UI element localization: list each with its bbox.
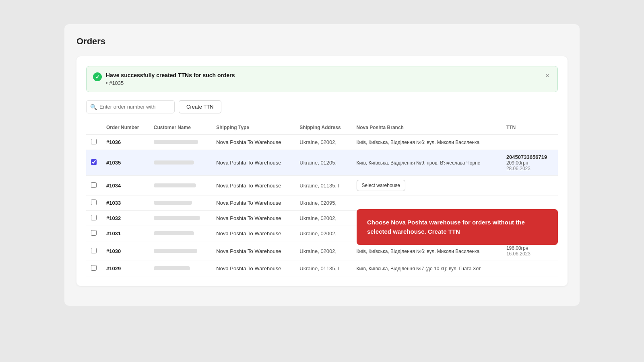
table-row: #1034 Nova Poshta To Warehouse Ukraine, … — [86, 176, 558, 195]
row-checkbox-1036[interactable] — [91, 139, 97, 144]
row-checkbox-cell — [86, 195, 101, 211]
row-checkbox-cell — [86, 150, 101, 176]
nova-branch-cell: Select warehouse — [352, 176, 502, 195]
shipping-address-cell: Ukraine, 02002, — [295, 241, 351, 261]
shipping-address-cell: Ukraine, 02095, — [295, 195, 351, 211]
shipping-address-cell: Ukraine, 02002, — [295, 211, 351, 226]
row-checkbox-1030[interactable] — [91, 248, 97, 253]
main-card: Have successfully created TTNs for such … — [76, 56, 568, 286]
success-icon — [93, 72, 102, 81]
close-banner-button[interactable]: × — [543, 72, 551, 79]
ttn-cell: 20450733656719 209.00грн 28.06.2023 — [502, 150, 558, 176]
col-header-ttn: TTN — [502, 121, 558, 135]
search-icon: 🔍 — [90, 104, 97, 110]
customer-name-cell — [149, 176, 211, 195]
toolbar: 🔍 Create TTN — [86, 100, 558, 113]
shipping-address-cell: Ukraine, 02002, — [295, 226, 351, 241]
row-checkbox-cell — [86, 261, 101, 276]
col-header-order-number: Order Number — [101, 121, 149, 135]
order-number-cell: #1029 — [101, 261, 149, 276]
nova-branch-cell: Київ, Київська, Відділення №6: вул. Мико… — [352, 135, 502, 150]
row-checkbox-cell — [86, 135, 101, 150]
shipping-type-cell: Nova Poshta To Warehouse — [211, 135, 295, 150]
row-checkbox-cell — [86, 226, 101, 241]
nova-branch-cell — [352, 195, 502, 211]
table-row: #1029 Nova Poshta To Warehouse Ukraine, … — [86, 261, 558, 276]
success-banner: Have successfully created TTNs for such … — [86, 66, 558, 92]
col-header-nova-poshta: Nova Poshta Branch — [352, 121, 502, 135]
ttn-cell — [502, 261, 558, 276]
row-checkbox-1031[interactable] — [91, 230, 97, 236]
order-number-cell: #1036 — [101, 135, 149, 150]
customer-name-cell — [149, 150, 211, 176]
customer-name-cell — [149, 241, 211, 261]
page-title: Orders — [76, 36, 568, 47]
order-number-cell: #1033 — [101, 195, 149, 211]
shipping-type-cell: Nova Poshta To Warehouse — [211, 195, 295, 211]
orders-table: Order Number Customer Name Shipping Type… — [86, 121, 558, 276]
success-order: • #1035 — [106, 80, 235, 86]
order-number-cell: #1030 — [101, 241, 149, 261]
success-title: Have successfully created TTNs for such … — [106, 72, 235, 78]
table-wrapper: Order Number Customer Name Shipping Type… — [86, 121, 558, 276]
shipping-type-cell: Nova Poshta To Warehouse — [211, 211, 295, 226]
ttn-cell — [502, 195, 558, 211]
customer-name-cell — [149, 226, 211, 241]
page-container: Orders Have successfully created TTNs fo… — [64, 24, 580, 306]
col-header-customer-name: Customer Name — [149, 121, 211, 135]
row-checkbox-1029[interactable] — [91, 265, 97, 271]
shipping-type-cell: Nova Poshta To Warehouse — [211, 150, 295, 176]
order-number-cell: #1035 — [101, 150, 149, 176]
nova-branch-cell: Київ, Київська, Відділення №9: пров. В'я… — [352, 150, 502, 176]
order-number-cell: #1034 — [101, 176, 149, 195]
order-number-cell: #1031 — [101, 226, 149, 241]
col-header-shipping-address: Shipping Address — [295, 121, 351, 135]
shipping-address-cell: Ukraine, 02002, — [295, 135, 351, 150]
ttn-cell — [502, 135, 558, 150]
search-wrapper: 🔍 — [86, 100, 175, 113]
row-checkbox-1035[interactable] — [91, 159, 97, 165]
shipping-type-cell: Nova Poshta To Warehouse — [211, 226, 295, 241]
table-row: #1033 Nova Poshta To Warehouse Ukraine, … — [86, 195, 558, 211]
row-checkbox-cell — [86, 211, 101, 226]
order-number-cell: #1032 — [101, 211, 149, 226]
row-checkbox-1033[interactable] — [91, 200, 97, 205]
col-header-checkbox — [86, 121, 101, 135]
col-header-shipping-type: Shipping Type — [211, 121, 295, 135]
row-checkbox-cell — [86, 176, 101, 195]
customer-name-cell — [149, 135, 211, 150]
search-input[interactable] — [86, 100, 175, 113]
ttn-cell — [502, 176, 558, 195]
nova-branch-cell: Київ, Київська, Відділення №7 (до 10 кг)… — [352, 261, 502, 276]
success-banner-left: Have successfully created TTNs for such … — [93, 72, 235, 86]
table-header-row: Order Number Customer Name Shipping Type… — [86, 121, 558, 135]
shipping-type-cell: Nova Poshta To Warehouse — [211, 241, 295, 261]
table-row: #1035 Nova Poshta To Warehouse Ukraine, … — [86, 150, 558, 176]
shipping-address-cell: Ukraine, 01135, І — [295, 176, 351, 195]
shipping-address-cell: Ukraine, 01205, — [295, 150, 351, 176]
success-text-block: Have successfully created TTNs for such … — [106, 72, 235, 86]
tooltip-box: Choose Nova Poshta warehouse for orders … — [357, 209, 558, 245]
table-row: #1036 Nova Poshta To Warehouse Ukraine, … — [86, 135, 558, 150]
create-ttn-button[interactable]: Create TTN — [179, 100, 221, 113]
customer-name-cell — [149, 195, 211, 211]
row-checkbox-1034[interactable] — [91, 182, 97, 188]
row-checkbox-1032[interactable] — [91, 215, 97, 220]
shipping-address-cell: Ukraine, 01135, І — [295, 261, 351, 276]
shipping-type-cell: Nova Poshta To Warehouse — [211, 176, 295, 195]
shipping-type-cell: Nova Poshta To Warehouse — [211, 261, 295, 276]
customer-name-cell — [149, 211, 211, 226]
row-checkbox-cell — [86, 241, 101, 261]
select-warehouse-button[interactable]: Select warehouse — [357, 180, 405, 191]
customer-name-cell — [149, 261, 211, 276]
